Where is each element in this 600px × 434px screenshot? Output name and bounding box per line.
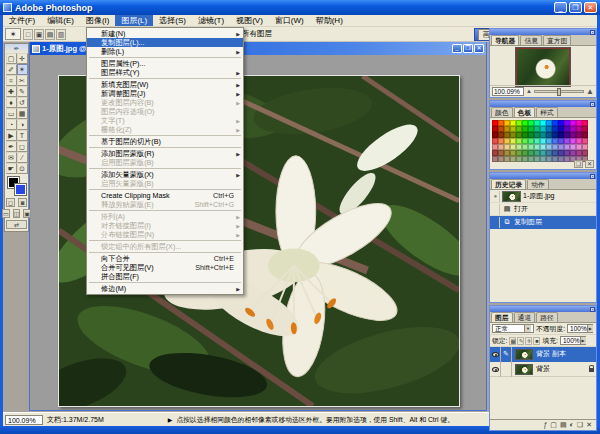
layers-tab-1[interactable]: 通道 xyxy=(514,312,536,322)
layer-menu-item-35[interactable]: 修边(M)▶ xyxy=(87,284,243,293)
visibility-toggle[interactable] xyxy=(490,362,501,377)
lock-pixels-icon[interactable]: ✎ xyxy=(517,337,524,345)
opacity-field[interactable]: 100%▶ xyxy=(567,324,593,333)
pen-tool[interactable]: ✒ xyxy=(6,141,17,152)
navigator-tab-1[interactable]: 信息 xyxy=(520,35,542,45)
lock-all-icon[interactable]: ■ xyxy=(533,337,540,345)
jump-to-imageready-icon[interactable]: ⇄ xyxy=(6,220,27,229)
layer-set-icon[interactable]: ▤ xyxy=(560,420,567,430)
navigator-zoom-field[interactable]: 100.09% xyxy=(492,87,524,96)
quick-mask-mode-icon[interactable]: ◙ xyxy=(18,198,27,207)
doc-close-button[interactable]: ✕ xyxy=(474,44,484,53)
layer-menu-item-14[interactable]: 基于图层的切片(B) xyxy=(87,137,243,146)
standard-mode-icon[interactable]: ◻ xyxy=(6,198,15,207)
layer-style-icon[interactable]: ƒ xyxy=(543,420,547,430)
swatches-tab-1[interactable]: 色板 xyxy=(514,107,536,117)
history-source-well[interactable] xyxy=(492,204,500,215)
layer-menu-item-5[interactable]: 图层样式(Y)▶ xyxy=(87,68,243,77)
minimize-button[interactable]: _ xyxy=(554,2,567,13)
swatches-close-icon[interactable]: ✕ xyxy=(590,102,595,107)
title-bar[interactable]: Adobe Photoshop _❐✕ xyxy=(0,0,600,15)
layers-tab-0[interactable]: 图层 xyxy=(491,312,513,322)
document-size-info[interactable]: 文档:1.37M/2.75M xyxy=(47,415,104,425)
adjustment-layer-icon[interactable]: ◐ xyxy=(570,420,574,430)
visibility-toggle[interactable] xyxy=(490,347,501,362)
new-selection-icon[interactable]: □ xyxy=(23,29,33,40)
history-source-well[interactable]: ⌖ xyxy=(492,191,500,202)
menubar-item-3[interactable]: 图层(L) xyxy=(115,15,153,26)
maximize-button[interactable]: ❐ xyxy=(569,2,582,13)
doc-restore-button[interactable]: ❐ xyxy=(463,44,473,53)
layer-menu-item-2[interactable]: 删除(L)▶ xyxy=(87,47,243,56)
crop-tool[interactable]: ⌗ xyxy=(6,75,17,86)
rectangular-marquee-tool[interactable]: ▢ xyxy=(6,53,17,64)
close-button[interactable]: ✕ xyxy=(584,2,597,13)
zoom-in-icon[interactable]: ▲ xyxy=(586,87,594,96)
menubar-item-5[interactable]: 滤镜(T) xyxy=(192,15,230,26)
delete-swatch-icon[interactable]: ✕ xyxy=(585,160,594,168)
zoom-out-icon[interactable]: ▲ xyxy=(526,87,532,96)
delete-layer-icon[interactable]: ✕ xyxy=(586,420,592,430)
menubar-item-6[interactable]: 视图(V) xyxy=(230,15,269,26)
menubar-item-4[interactable]: 选择(S) xyxy=(153,15,192,26)
navigator-tab-0[interactable]: 导航器 xyxy=(491,35,519,45)
healing-brush-tool[interactable]: ✚ xyxy=(6,86,17,97)
history-source-well[interactable] xyxy=(492,217,500,228)
new-swatch-icon[interactable]: ❏ xyxy=(574,160,583,168)
swatches-tab-0[interactable]: 颜色 xyxy=(491,107,513,117)
history-step-0[interactable]: ▤打开 xyxy=(490,203,596,216)
add-selection-icon[interactable]: ▣ xyxy=(34,29,44,40)
eraser-tool[interactable]: ▭ xyxy=(6,108,17,119)
layer-row-0[interactable]: ✎背景 副本 xyxy=(490,347,596,362)
history-step-1[interactable]: ⧉复制图层 xyxy=(490,216,596,229)
status-zoom-field[interactable]: 100.09% xyxy=(5,415,43,425)
history-brush-tool[interactable]: ↺ xyxy=(17,97,28,108)
paintbrush-active-icon[interactable]: ✎ xyxy=(501,347,512,362)
history-close-icon[interactable]: ✕ xyxy=(590,174,595,179)
menubar-item-7[interactable]: 窗口(W) xyxy=(269,15,310,26)
slice-tool[interactable]: ✂ xyxy=(17,75,28,86)
fullscreen-icon[interactable]: ▣ xyxy=(23,209,31,218)
lock-transparency-icon[interactable]: ▦ xyxy=(509,337,516,345)
magic-wand-options-icon[interactable]: ✶ xyxy=(5,28,21,40)
layer-row-1[interactable]: 背景 xyxy=(490,362,596,377)
magic-wand-tool[interactable]: ✶ xyxy=(17,64,28,75)
shape-tool[interactable]: ◻ xyxy=(17,141,28,152)
menubar-item-2[interactable]: 图像(I) xyxy=(80,15,116,26)
blur-tool[interactable]: ◔ xyxy=(6,119,17,130)
standard-screen-icon[interactable]: ▭ xyxy=(2,209,10,218)
zoom-slider-thumb[interactable] xyxy=(557,88,561,96)
navigator-close-icon[interactable]: ✕ xyxy=(590,30,595,35)
navigator-zoom-slider[interactable] xyxy=(534,90,584,93)
brush-tool[interactable]: ✎ xyxy=(17,86,28,97)
hand-tool[interactable]: ☛ xyxy=(6,163,17,174)
intersect-selection-icon[interactable]: ▥ xyxy=(56,29,66,40)
lasso-tool[interactable]: ✐ xyxy=(6,64,17,75)
menubar-item-0[interactable]: 文件(F) xyxy=(3,15,41,26)
lock-position-icon[interactable]: ✛ xyxy=(525,337,532,345)
swatches-tab-2[interactable]: 样式 xyxy=(536,107,558,117)
navigator-tab-2[interactable]: 直方图 xyxy=(543,35,571,45)
dodge-tool[interactable]: ◑ xyxy=(17,119,28,130)
layers-tab-2[interactable]: 路径 xyxy=(536,312,558,322)
layers-close-icon[interactable]: ✕ xyxy=(590,307,595,312)
fullscreen-menubar-icon[interactable]: ◫ xyxy=(13,209,21,218)
menubar-item-1[interactable]: 编辑(E) xyxy=(41,15,80,26)
clone-stamp-tool[interactable]: ♦ xyxy=(6,97,17,108)
background-color-swatch[interactable] xyxy=(15,184,26,195)
eyedropper-tool[interactable]: ⁄ xyxy=(17,152,28,163)
layer-menu-item-33[interactable]: 拼合图层(F) xyxy=(87,272,243,281)
subtract-selection-icon[interactable]: ▤ xyxy=(45,29,55,40)
fill-field[interactable]: 100%▶ xyxy=(560,336,586,345)
layer-link-well[interactable] xyxy=(501,362,512,377)
type-tool[interactable]: T xyxy=(17,130,28,141)
path-selection-tool[interactable]: ▶ xyxy=(6,130,17,141)
history-tab-1[interactable]: 动作 xyxy=(527,179,549,189)
zoom-tool[interactable]: ⊙ xyxy=(17,163,28,174)
history-snapshot-row[interactable]: ⌖ 1-原图.jpg xyxy=(490,190,596,203)
layer-mask-icon[interactable]: ▢ xyxy=(550,420,557,430)
doc-minimize-button[interactable]: _ xyxy=(452,44,462,53)
notes-tool[interactable]: ✉ xyxy=(6,152,17,163)
gradient-tool[interactable]: ▦ xyxy=(17,108,28,119)
toolbox-logo-icon[interactable]: ✒ xyxy=(5,44,28,53)
